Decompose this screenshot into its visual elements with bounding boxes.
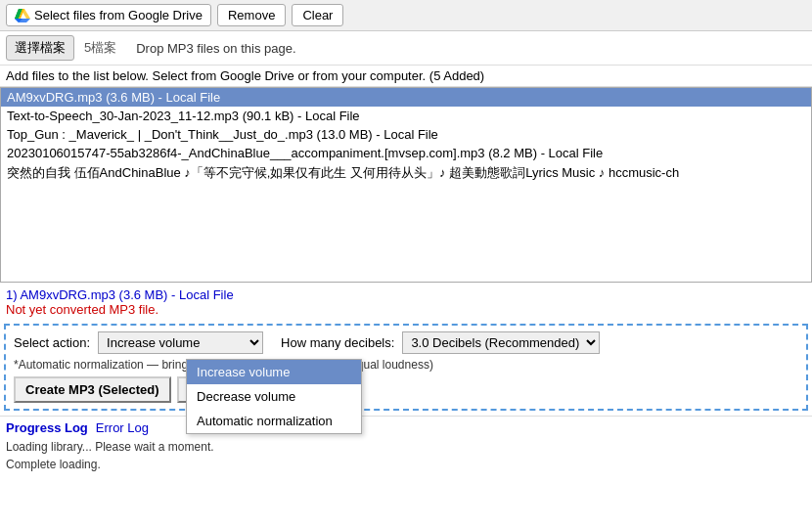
top-bar: Select files from Google Drive Remove Cl… [0,0,812,31]
action-label: Select action: [14,335,90,350]
dropdown-item[interactable]: Decrease volume [187,384,361,409]
selected-filename: 1) AM9xvDRG.mp3 (3.6 MB) - Local File [6,287,806,302]
action-row: Select action: Increase volumeDecrease v… [14,331,798,354]
error-log-tab[interactable]: Error Log [96,420,149,435]
not-converted-label: Not yet converted MP3 file. [6,302,806,317]
list-item[interactable]: 突然的自我 伍佰AndChinaBlue ♪「等不完守候,如果仅有此生 又何用待… [1,162,811,184]
log-line: Complete loading. [6,456,806,473]
clear-button[interactable]: Clear [292,4,343,26]
choose-files-button[interactable]: 選擇檔案 [6,35,74,61]
select-google-drive-label: Select files from Google Drive [34,8,203,22]
drop-hint: Drop MP3 files on this page. [136,41,295,56]
list-item[interactable]: Text-to-Speech_30-Jan-2023_11-12.mp3 (90… [1,107,811,125]
info-line: Add files to the list below. Select from… [0,66,812,87]
file-list[interactable]: AM9xvDRG.mp3 (3.6 MB) - Local FileText-t… [1,88,811,282]
list-item[interactable]: Top_Gun : _Maverick_ | _Don't_Think__Jus… [1,125,811,144]
decibels-select[interactable]: 1.0 Decibels2.0 Decibels3.0 Decibels (Re… [402,331,600,354]
file-list-container: AM9xvDRG.mp3 (3.6 MB) - Local FileText-t… [0,87,812,283]
list-item[interactable]: 20230106015747-55ab3286f4-_AndChinaBlue_… [1,144,811,162]
remove-button[interactable]: Remove [217,4,286,26]
action-select[interactable]: Increase volumeDecrease volumeAutomatic … [98,331,263,354]
decibels-label: How many decibels: [281,335,394,350]
progress-tabs: Progress Log Error Log [6,420,806,435]
progress-log-tab[interactable]: Progress Log [6,420,88,435]
google-drive-icon [15,9,30,22]
log-line: Loading library... Please wait a moment. [6,438,806,456]
select-google-drive-button[interactable]: Select files from Google Drive [6,4,211,26]
action-dropdown[interactable]: Increase volumeDecrease volumeAutomatic … [186,359,362,434]
selected-info: 1) AM9xvDRG.mp3 (3.6 MB) - Local File No… [0,283,812,319]
auto-norm-row: *Automatic normalization — bring in auto… [14,358,798,372]
create-mp3-button[interactable]: Create MP3 (Selected) [14,376,171,403]
file-count-label: 5檔案 [84,39,116,57]
buttons-row: Create MP3 (Selected) Save to Google Drv… [14,376,798,403]
dropdown-item[interactable]: Increase volume [187,360,361,384]
action-section: Select action: Increase volumeDecrease v… [4,324,808,411]
list-item[interactable]: AM9xvDRG.mp3 (3.6 MB) - Local File [1,88,811,107]
progress-section: Progress Log Error Log Loading library..… [0,416,812,477]
dropdown-item[interactable]: Automatic normalization [187,409,361,433]
file-input-row: 選擇檔案 5檔案 Drop MP3 files on this page. [0,31,812,66]
progress-log-content: Loading library... Please wait a moment.… [6,438,806,473]
